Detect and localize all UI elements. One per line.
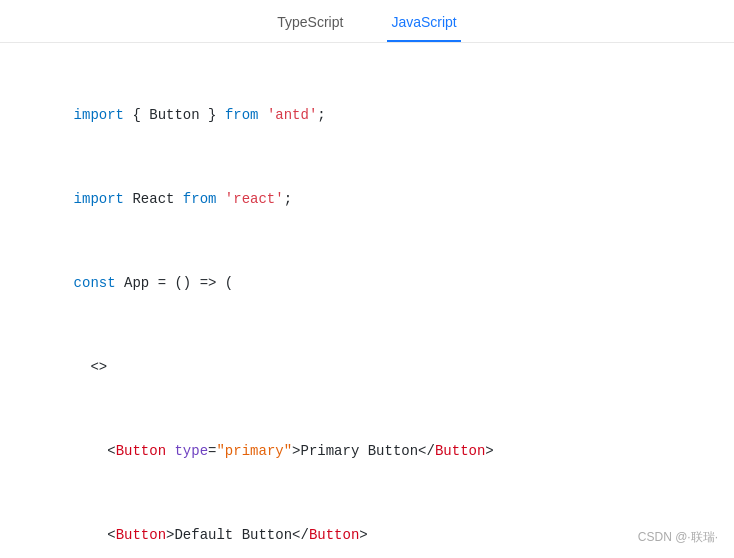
code-line-2: import React from 'react'; — [40, 157, 694, 241]
tab-typescript[interactable]: TypeScript — [273, 8, 347, 42]
tab-javascript[interactable]: JavaScript — [387, 8, 460, 42]
tab-bar: TypeScript JavaScript — [0, 0, 734, 43]
code-line-1: import { Button } from 'antd'; — [40, 73, 694, 157]
code-line-3: const App = () => ( — [40, 241, 694, 325]
code-line-4: <> — [40, 325, 694, 409]
footer-label: CSDN @·联瑞· — [638, 529, 718, 546]
code-line-6: <Button>Default Button</Button> — [40, 493, 694, 558]
code-line-5: <Button type="primary">Primary Button</B… — [40, 409, 694, 493]
code-container: import { Button } from 'antd'; import Re… — [0, 43, 734, 558]
